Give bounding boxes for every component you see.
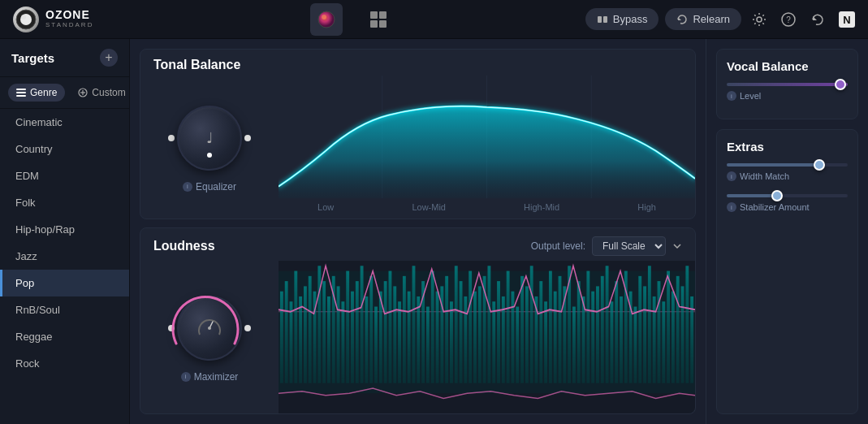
help-icon[interactable]: ?: [777, 8, 800, 31]
svg-rect-68: [469, 270, 472, 383]
maximizer-knob[interactable]: [173, 292, 246, 365]
tonal-chart: Low Low-Mid High-Mid High: [279, 76, 695, 218]
svg-rect-54: [403, 275, 406, 383]
tab-custom[interactable]: Custom: [70, 84, 133, 102]
sidebar-item-jazz[interactable]: Jazz: [0, 243, 129, 270]
sidebar-item-rnb[interactable]: RnB/Soul: [0, 296, 129, 323]
equalizer-knob-body[interactable]: ♩: [177, 106, 242, 171]
sidebar-item-reggae[interactable]: Reggae: [0, 323, 129, 350]
svg-rect-91: [577, 281, 581, 383]
width-match-slider-row: i Width Match: [727, 163, 848, 181]
loudness-chart-svg: [279, 261, 695, 413]
content-area: Tonal Balance ♩ i Equalizer: [130, 39, 706, 424]
vocal-info-icon[interactable]: i: [727, 91, 736, 101]
svg-rect-93: [586, 270, 589, 383]
vocal-level-slider-row: i Level: [727, 83, 848, 101]
knob-left-dot: [168, 135, 175, 141]
svg-rect-77: [512, 291, 515, 383]
extras-title: Extras: [727, 140, 848, 154]
maximizer-info-icon[interactable]: i: [181, 372, 191, 382]
chart-label-low: Low: [317, 202, 334, 212]
vocal-level-thumb[interactable]: [835, 79, 846, 90]
dropdown-chevron-icon: [672, 241, 682, 251]
nav-grid-btn[interactable]: [362, 3, 395, 36]
sidebar-title: Targets: [11, 51, 54, 65]
tonal-chart-svg: [279, 76, 695, 218]
width-match-thumb[interactable]: [814, 159, 825, 171]
svg-text:N: N: [843, 14, 850, 26]
main-layout: Targets + Genre Custom: [0, 39, 868, 424]
svg-rect-70: [478, 286, 482, 383]
loudness-left: i Maximizer: [140, 261, 279, 413]
plus-circle-icon: [78, 88, 88, 97]
stabilizer-info-icon[interactable]: i: [727, 202, 736, 212]
vocal-level-text: Level: [740, 91, 761, 101]
output-level-label: Output level:: [531, 240, 585, 252]
svg-rect-43: [351, 291, 354, 383]
svg-rect-8: [379, 20, 386, 28]
svg-rect-105: [643, 286, 646, 383]
svg-rect-44: [356, 281, 359, 383]
stabilizer-slider[interactable]: [727, 194, 848, 197]
svg-rect-31: [294, 270, 297, 383]
svg-rect-57: [417, 296, 420, 383]
output-level-select[interactable]: Full Scale -1 dBFS -3 dBFS: [592, 236, 666, 256]
svg-rect-6: [379, 11, 386, 19]
sidebar-item-folk[interactable]: Folk: [0, 189, 129, 216]
svg-rect-48: [374, 306, 378, 383]
sidebar-item-hiphop[interactable]: Hip-hop/Rap: [0, 216, 129, 243]
tonal-balance-panel: Tonal Balance ♩ i Equalizer: [140, 49, 696, 219]
nav-right: Bypass Relearn ?: [576, 8, 868, 31]
sidebar-list: Cinematic Country EDM Folk Hip-hop/Rap J…: [0, 109, 129, 424]
svg-rect-80: [525, 286, 529, 383]
relearn-button[interactable]: Relearn: [665, 8, 741, 30]
settings-icon[interactable]: [748, 8, 771, 31]
undo-icon[interactable]: [806, 8, 829, 31]
svg-rect-106: [648, 266, 651, 383]
svg-rect-64: [450, 301, 453, 383]
svg-rect-104: [638, 275, 641, 383]
svg-rect-27: [279, 270, 695, 393]
svg-rect-65: [455, 266, 458, 383]
nav-orb-btn[interactable]: [310, 3, 343, 36]
stabilizer-label: i Stabilizer Amount: [727, 202, 848, 212]
knob-right-dot: [244, 135, 251, 141]
stabilizer-slider-row: i Stabilizer Amount: [727, 194, 848, 212]
bypass-label: Bypass: [613, 13, 648, 25]
sidebar-item-pop[interactable]: Pop: [0, 270, 129, 296]
list-icon: [16, 88, 26, 97]
svg-rect-72: [487, 266, 490, 383]
svg-rect-45: [361, 266, 364, 383]
svg-rect-42: [346, 270, 349, 383]
width-match-info-icon[interactable]: i: [727, 171, 736, 181]
relearn-label: Relearn: [693, 13, 730, 25]
svg-rect-100: [620, 296, 623, 383]
width-match-slider[interactable]: [727, 163, 848, 167]
svg-rect-52: [393, 286, 396, 383]
svg-rect-36: [317, 266, 321, 383]
equalizer-info-icon[interactable]: i: [183, 182, 192, 192]
svg-rect-16: [16, 89, 26, 90]
svg-rect-40: [337, 286, 340, 383]
add-target-button[interactable]: +: [100, 49, 118, 67]
svg-rect-74: [497, 281, 500, 383]
ozone-logo-icon: [13, 6, 39, 32]
vocal-level-slider[interactable]: [727, 83, 848, 86]
sidebar-item-rock[interactable]: Rock: [0, 350, 129, 377]
sidebar-item-cinematic[interactable]: Cinematic: [0, 109, 129, 136]
svg-rect-84: [544, 301, 547, 383]
chart-labels: Low Low-Mid High-Mid High: [279, 202, 695, 212]
equalizer-knob[interactable]: ♩: [173, 102, 246, 175]
sidebar-item-country[interactable]: Country: [0, 136, 129, 162]
bypass-button[interactable]: Bypass: [585, 8, 659, 30]
relearn-icon: [676, 14, 688, 25]
nav-center: [130, 3, 576, 36]
svg-text:?: ?: [786, 15, 791, 24]
stabilizer-thumb[interactable]: [771, 190, 783, 201]
sidebar-item-edm[interactable]: EDM: [0, 162, 129, 189]
svg-point-3: [318, 11, 335, 28]
svg-rect-87: [559, 275, 562, 383]
svg-rect-41: [341, 301, 344, 383]
svg-point-2: [21, 15, 26, 19]
tab-genre[interactable]: Genre: [8, 84, 65, 102]
